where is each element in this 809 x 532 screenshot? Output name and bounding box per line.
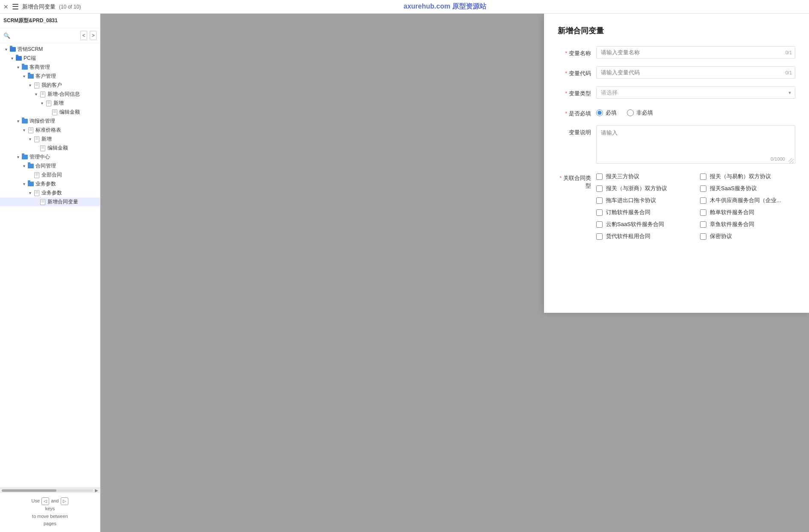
- tree-icon-7: [45, 100, 52, 107]
- checkbox-item-cb4[interactable]: 报关SaaS服务协议: [700, 185, 795, 192]
- checkbox-input-cb12[interactable]: [700, 233, 706, 240]
- tree-toggle-15: [27, 173, 32, 178]
- tree-item-5[interactable]: ▾我的客户: [0, 81, 100, 90]
- checkbox-input-cb6[interactable]: [700, 197, 706, 204]
- tree-label-2: PC端: [24, 55, 36, 62]
- tree-icon-6: [39, 91, 46, 98]
- close-icon[interactable]: ✕: [3, 3, 9, 10]
- checkbox-item-cb11[interactable]: 货代软件租用合同: [596, 232, 691, 240]
- tree-icon-1: [9, 46, 16, 53]
- tree-item-11[interactable]: ▾新增: [0, 135, 100, 144]
- variable-name-input[interactable]: [596, 46, 795, 59]
- tree-item-12[interactable]: 编辑金额: [0, 144, 100, 153]
- tree-toggle-2[interactable]: ▾: [9, 56, 15, 61]
- required-field-row: 是否必填 必填 非必填: [558, 106, 795, 118]
- checkbox-item-cb9[interactable]: 云豹SaaS软件服务合同: [596, 220, 691, 228]
- tree-toggle-16[interactable]: ▾: [21, 182, 26, 187]
- checkbox-input-cb3[interactable]: [596, 185, 603, 192]
- required-yes-input[interactable]: [596, 109, 603, 116]
- checkbox-item-cb8[interactable]: 舱单软件服务合同: [700, 209, 795, 216]
- tree-item-8[interactable]: 编辑金额: [0, 108, 100, 117]
- search-input[interactable]: [13, 32, 78, 38]
- tree-toggle-9[interactable]: ▾: [15, 119, 21, 124]
- variable-type-select[interactable]: 请选择: [596, 86, 795, 99]
- tree-item-14[interactable]: ▾合同管理: [0, 162, 100, 170]
- tree-item-3[interactable]: ▾客商管理: [0, 63, 100, 72]
- description-charcount: 0/1000: [771, 156, 785, 162]
- tree-item-17[interactable]: ▾业务参数: [0, 188, 100, 197]
- tree-item-4[interactable]: ▾客户管理: [0, 72, 100, 81]
- variable-type-select-wrap: 请选择: [596, 86, 795, 99]
- tree-label-7: 新增: [53, 100, 64, 107]
- variable-code-input[interactable]: [596, 66, 795, 79]
- checkbox-input-cb4[interactable]: [700, 185, 706, 192]
- tree-item-16[interactable]: ▾业务参数: [0, 179, 100, 188]
- checkbox-item-cb12[interactable]: 保密协议: [700, 232, 795, 240]
- page-info: (10 of 10): [59, 4, 81, 10]
- checkbox-input-cb1[interactable]: [596, 173, 603, 180]
- tree-toggle-4[interactable]: ▾: [21, 74, 26, 79]
- checkbox-input-cb7[interactable]: [596, 209, 603, 216]
- tree-toggle-6[interactable]: ▾: [33, 92, 38, 97]
- required-no-label: 非必填: [636, 109, 653, 117]
- checkbox-label-cb3: 报关（与浙商）双方协议: [606, 185, 667, 192]
- tree-toggle-17[interactable]: ▾: [27, 191, 32, 196]
- tree-item-1[interactable]: ▾营销SCRM: [0, 45, 100, 54]
- checkbox-label-cb11: 货代软件租用合同: [606, 232, 650, 240]
- tree-toggle-11[interactable]: ▾: [27, 137, 32, 142]
- tree-item-18[interactable]: 新增合同变量: [0, 197, 100, 206]
- tree-toggle-14[interactable]: ▾: [21, 164, 26, 169]
- checkbox-input-cb11[interactable]: [596, 233, 603, 240]
- scroll-right-icon[interactable]: ▶: [95, 488, 98, 493]
- checkbox-item-cb2[interactable]: 报关（与易豹）双方协议: [700, 173, 795, 180]
- checkbox-input-cb10[interactable]: [700, 221, 706, 228]
- checkbox-input-cb8[interactable]: [700, 209, 706, 216]
- variable-code-charcount: 0/1: [785, 70, 792, 75]
- sidebar-horizontal-scrollbar[interactable]: ▶: [0, 488, 100, 493]
- related-contract-section: 关联合同类型 报关三方协议报关（与易豹）双方协议报关（与浙商）双方协议报关Saa…: [558, 173, 795, 240]
- required-yes-radio[interactable]: 必填: [596, 109, 617, 117]
- tree-item-7[interactable]: ▾新增: [0, 99, 100, 108]
- checkbox-item-cb1[interactable]: 报关三方协议: [596, 173, 691, 180]
- tree-label-8: 编辑金额: [59, 109, 80, 116]
- tree-toggle-7[interactable]: ▾: [39, 101, 44, 106]
- description-textarea[interactable]: [596, 125, 795, 164]
- tree-toggle-10[interactable]: ▾: [21, 128, 26, 133]
- required-no-input[interactable]: [627, 109, 634, 116]
- tree-toggle-12: [33, 146, 38, 151]
- checkbox-item-cb10[interactable]: 章鱼软件服务合同: [700, 220, 795, 228]
- tree-item-9[interactable]: ▾询报价管理: [0, 117, 100, 126]
- checkbox-input-cb2[interactable]: [700, 173, 706, 180]
- tree-toggle-3[interactable]: ▾: [15, 65, 21, 70]
- nav-next-button[interactable]: >: [90, 31, 97, 40]
- required-field-label: 是否必填: [558, 106, 596, 118]
- nav-prev-button[interactable]: <: [80, 31, 87, 40]
- tree-item-13[interactable]: ▾管理中心: [0, 153, 100, 162]
- description-label: 变量说明: [558, 125, 596, 136]
- checkbox-label-cb12: 保密协议: [710, 232, 732, 240]
- checkbox-item-cb3[interactable]: 报关（与浙商）双方协议: [596, 185, 691, 192]
- checkbox-item-cb5[interactable]: 拖车进出口拖卡协议: [596, 197, 691, 204]
- textarea-resize-handle[interactable]: [788, 158, 794, 163]
- tree-item-2[interactable]: ▾PC端: [0, 54, 100, 63]
- tree-item-6[interactable]: ▾新增-合同信息: [0, 90, 100, 99]
- tree-item-10[interactable]: ▾标准价格表: [0, 126, 100, 135]
- modal-title: 新增合同变量: [558, 26, 795, 36]
- checkbox-item-cb6[interactable]: 木牛供应商服务合同（企业...: [700, 197, 795, 204]
- required-no-radio[interactable]: 非必填: [627, 109, 653, 117]
- tree-toggle-1[interactable]: ▾: [3, 47, 9, 52]
- tree-icon-2: [15, 55, 22, 62]
- checkbox-input-cb9[interactable]: [596, 221, 603, 228]
- sidebar-search-area: 🔍 < >: [0, 28, 100, 43]
- tree-icon-16: [27, 181, 34, 188]
- tree-icon-11: [33, 136, 40, 143]
- checkbox-label-cb5: 拖车进出口拖卡协议: [606, 197, 656, 204]
- menu-icon[interactable]: ☰: [12, 2, 19, 12]
- tree-toggle-13[interactable]: ▾: [15, 155, 21, 160]
- checkbox-input-cb5[interactable]: [596, 197, 603, 204]
- tree-icon-3: [21, 64, 28, 71]
- tree-toggle-5[interactable]: ▾: [27, 83, 32, 88]
- checkbox-item-cb7[interactable]: 订舱软件服务合同: [596, 209, 691, 216]
- tree-item-15[interactable]: 全部合同: [0, 170, 100, 179]
- brand-text: axurehub.com 原型资源站: [84, 2, 806, 11]
